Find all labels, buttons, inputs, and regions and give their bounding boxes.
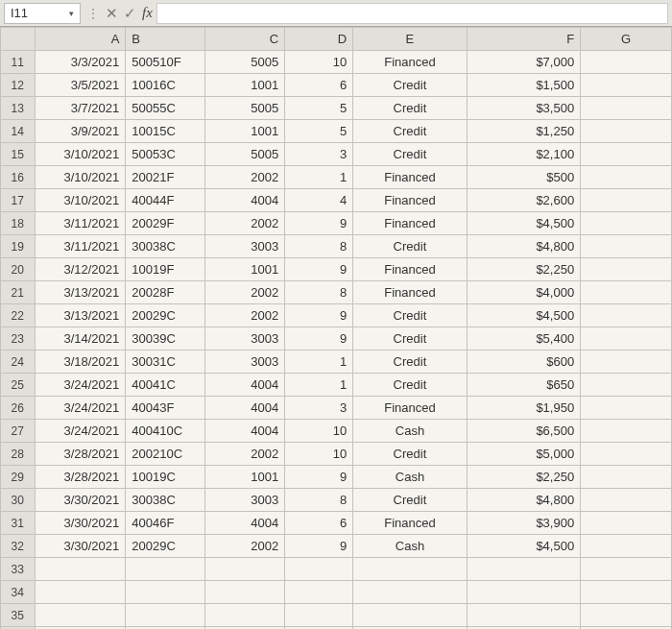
col-header-A[interactable]: A: [35, 28, 126, 51]
cell[interactable]: 1: [285, 351, 353, 374]
cell[interactable]: 50055C: [126, 97, 205, 120]
cell[interactable]: 4004: [205, 374, 285, 397]
row-header[interactable]: 15: [1, 143, 36, 166]
cell[interactable]: $1,250: [467, 120, 580, 143]
cell[interactable]: 3003: [205, 489, 285, 512]
row-header[interactable]: 33: [1, 558, 36, 581]
cell[interactable]: 10015C: [126, 120, 205, 143]
cell[interactable]: $6,500: [467, 420, 580, 443]
cell[interactable]: $3,500: [467, 97, 580, 120]
row-header[interactable]: 20: [1, 258, 36, 281]
cell[interactable]: $2,600: [467, 189, 580, 212]
cell[interactable]: 30039C: [126, 327, 205, 351]
cell[interactable]: [581, 97, 672, 120]
row-header[interactable]: 23: [1, 327, 36, 351]
cell[interactable]: 4: [285, 189, 353, 212]
cell[interactable]: Credit: [353, 304, 467, 327]
chevron-down-icon[interactable]: ▾: [69, 9, 74, 18]
cell[interactable]: 1001: [205, 120, 285, 143]
cell[interactable]: 3/30/2021: [35, 535, 126, 558]
cell[interactable]: Financed: [353, 397, 467, 420]
row-header[interactable]: 32: [1, 535, 36, 558]
cell[interactable]: [581, 535, 672, 558]
cell[interactable]: Financed: [353, 281, 467, 304]
cell[interactable]: 10: [285, 51, 353, 74]
cell[interactable]: [35, 581, 126, 604]
cell[interactable]: 400410C: [126, 420, 205, 443]
cell[interactable]: 9: [285, 258, 353, 281]
cell[interactable]: 5005: [205, 143, 285, 166]
cell[interactable]: 500510F: [126, 51, 205, 74]
cell[interactable]: Credit: [353, 443, 467, 466]
cell[interactable]: [205, 581, 285, 604]
cell[interactable]: 10016C: [126, 74, 205, 97]
cell[interactable]: [467, 558, 580, 581]
cell[interactable]: [35, 604, 126, 627]
cell[interactable]: [126, 581, 205, 604]
cell[interactable]: 20021F: [126, 166, 205, 189]
cell[interactable]: 3/30/2021: [35, 489, 126, 512]
cell[interactable]: 3/13/2021: [35, 304, 126, 327]
cell[interactable]: Financed: [353, 51, 467, 74]
name-box[interactable]: I11 ▾: [4, 3, 81, 24]
row-header[interactable]: 25: [1, 374, 36, 397]
row-header[interactable]: 24: [1, 351, 36, 374]
cell[interactable]: 3/28/2021: [35, 443, 126, 466]
row-header[interactable]: 28: [1, 443, 36, 466]
cell[interactable]: Credit: [353, 351, 467, 374]
cell[interactable]: 8: [285, 489, 353, 512]
cell[interactable]: $500: [467, 166, 580, 189]
cell[interactable]: Financed: [353, 212, 467, 235]
cell[interactable]: $4,500: [467, 535, 580, 558]
cell[interactable]: 3003: [205, 327, 285, 351]
cell[interactable]: 2002: [205, 281, 285, 304]
cell[interactable]: 5: [285, 120, 353, 143]
cell[interactable]: $1,500: [467, 74, 580, 97]
cell[interactable]: [581, 189, 672, 212]
cell[interactable]: [581, 166, 672, 189]
cell[interactable]: 3/12/2021: [35, 258, 126, 281]
cell[interactable]: [581, 489, 672, 512]
cell[interactable]: 3: [285, 397, 353, 420]
row-header[interactable]: 22: [1, 304, 36, 327]
cell[interactable]: [581, 258, 672, 281]
cell[interactable]: 40043F: [126, 397, 205, 420]
cell[interactable]: 20028F: [126, 281, 205, 304]
cell[interactable]: 10: [285, 420, 353, 443]
cell[interactable]: 10019F: [126, 258, 205, 281]
cell[interactable]: 3/24/2021: [35, 397, 126, 420]
cell[interactable]: 3003: [205, 235, 285, 258]
cell[interactable]: 1001: [205, 258, 285, 281]
cell[interactable]: $1,950: [467, 397, 580, 420]
cell[interactable]: 2002: [205, 212, 285, 235]
row-header[interactable]: 18: [1, 212, 36, 235]
cell[interactable]: Credit: [353, 235, 467, 258]
row-header[interactable]: 21: [1, 281, 36, 304]
cell[interactable]: [353, 558, 467, 581]
cell[interactable]: 3/7/2021: [35, 97, 126, 120]
cell[interactable]: [126, 604, 205, 627]
cell[interactable]: Credit: [353, 97, 467, 120]
cell[interactable]: 4004: [205, 420, 285, 443]
cell[interactable]: [581, 304, 672, 327]
fx-icon[interactable]: fx: [142, 5, 153, 21]
cell[interactable]: [581, 558, 672, 581]
cell[interactable]: Credit: [353, 74, 467, 97]
cell[interactable]: [581, 351, 672, 374]
cell[interactable]: $2,250: [467, 258, 580, 281]
cell[interactable]: 3/10/2021: [35, 143, 126, 166]
cell[interactable]: $4,500: [467, 304, 580, 327]
row-header[interactable]: 30: [1, 489, 36, 512]
cell[interactable]: [581, 604, 672, 627]
cell[interactable]: 3/3/2021: [35, 51, 126, 74]
cell[interactable]: Financed: [353, 258, 467, 281]
cell[interactable]: 9: [285, 304, 353, 327]
cell[interactable]: [581, 581, 672, 604]
cell[interactable]: 6: [285, 74, 353, 97]
cell[interactable]: $4,000: [467, 281, 580, 304]
cell[interactable]: 3/14/2021: [35, 327, 126, 351]
cell[interactable]: [285, 604, 353, 627]
cell[interactable]: 2002: [205, 304, 285, 327]
cell[interactable]: 1001: [205, 466, 285, 489]
cell[interactable]: 3/24/2021: [35, 374, 126, 397]
